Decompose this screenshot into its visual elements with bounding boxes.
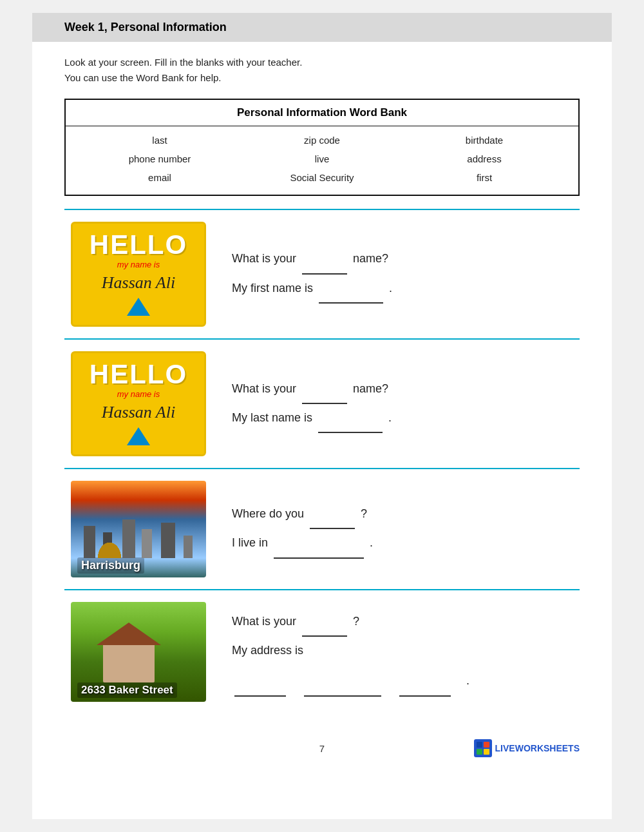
hello-text-1: HELLO	[80, 230, 196, 260]
logo-icon	[474, 739, 492, 757]
section-content-last-name: What is your name? My last name is .	[232, 375, 580, 433]
question-3b: I live in .	[232, 529, 580, 558]
word-bank-item-first: first	[403, 170, 565, 185]
word-bank-item-last: last	[79, 133, 241, 148]
section-image-last-name: HELLO my name is Hassan Ali	[64, 351, 213, 456]
word-bank-item-live: live	[241, 151, 403, 166]
word-bank-title: Personal Information Word Bank	[66, 100, 578, 126]
page-header: Week 1, Personal Information	[32, 13, 612, 42]
svg-rect-0	[477, 742, 482, 748]
name-text-2: Hassan Ali	[80, 403, 196, 422]
page: Week 1, Personal Information Look at you…	[32, 13, 612, 819]
word-bank-item-social: Social Security	[241, 170, 403, 185]
page-number: 7	[236, 743, 408, 754]
name-text-1: Hassan Ali	[80, 273, 196, 293]
q1b-text: My first name is	[232, 282, 313, 295]
q1a-text: What is your	[232, 252, 296, 265]
addr-period: .	[466, 667, 469, 696]
my-name-is-1: my name is	[80, 260, 196, 269]
blank-3a[interactable]	[310, 500, 355, 529]
instruction-line2: You can use the Word Bank for help.	[64, 72, 222, 83]
svg-rect-1	[484, 742, 489, 748]
q3b-suffix: .	[370, 536, 373, 549]
instruction-line1: Look at your screen. Fill in the blanks …	[64, 57, 302, 68]
section-content-city: Where do you ? I live in .	[232, 500, 580, 558]
instructions: Look at your screen. Fill in the blanks …	[64, 55, 580, 86]
q2b-suffix: .	[388, 411, 392, 424]
page-footer: 7 LIVEWORKSHEETS	[64, 733, 580, 757]
section-city: Harrisburg Where do you ? I live in .	[64, 468, 580, 589]
section-address: 2633 Baker Street What is your ? My addr…	[64, 589, 580, 713]
house-label: 2633 Baker Street	[77, 682, 177, 698]
question-1a: What is your name?	[232, 245, 580, 274]
question-4b: My address is	[232, 637, 580, 664]
svg-rect-2	[477, 749, 482, 755]
hello-text-2: HELLO	[80, 360, 196, 389]
question-3a: Where do you ?	[232, 500, 580, 529]
q3a-text: Where do you	[232, 507, 304, 520]
section-image-address: 2633 Baker Street	[64, 602, 213, 702]
hello-badge-2: HELLO my name is Hassan Ali	[71, 351, 206, 456]
blank-3b[interactable]	[274, 529, 364, 558]
page-title: Week 1, Personal Information	[64, 21, 227, 34]
section-content-first-name: What is your name? My first name is .	[232, 245, 580, 303]
word-bank-item-birthdate: birthdate	[403, 133, 565, 148]
arrow-up-1	[127, 298, 150, 316]
section-content-address: What is your ? My address is .	[232, 608, 580, 697]
word-bank: Personal Information Word Bank last zip …	[64, 99, 580, 196]
section-last-name: HELLO my name is Hassan Ali What is your…	[64, 338, 580, 468]
section-image-city: Harrisburg	[64, 481, 213, 577]
q4a-suffix: ?	[353, 615, 359, 628]
q4b-text: My address is	[232, 644, 303, 657]
question-2a: What is your name?	[232, 375, 580, 404]
city-image: Harrisburg	[71, 481, 206, 577]
question-2b: My last name is .	[232, 404, 580, 433]
blank-4b3[interactable]	[399, 667, 451, 696]
q1b-suffix: .	[389, 282, 392, 295]
blank-2a[interactable]	[302, 375, 347, 404]
house-image: 2633 Baker Street	[71, 602, 206, 702]
q2b-text: My last name is	[232, 411, 312, 424]
q2a-suffix: name?	[353, 382, 388, 395]
q3a-suffix: ?	[361, 507, 367, 520]
address-blanks: .	[232, 667, 580, 696]
word-bank-item-zipcode: zip code	[241, 133, 403, 148]
city-label: Harrisburg	[77, 557, 144, 574]
q2a-text: What is your	[232, 382, 296, 395]
blank-4b1[interactable]	[234, 667, 286, 696]
word-bank-item-email: email	[79, 170, 241, 185]
question-1b: My first name is .	[232, 275, 580, 304]
logo-text: LIVEWORKSHEETS	[495, 743, 580, 753]
arrow-up-2	[127, 427, 150, 445]
svg-rect-3	[484, 749, 489, 755]
blank-4b2[interactable]	[304, 667, 381, 696]
word-bank-grid: last zip code birthdate phone number liv…	[66, 126, 578, 195]
word-bank-item-phone: phone number	[79, 151, 241, 166]
q1a-suffix: name?	[353, 252, 388, 265]
hello-badge-1: HELLO my name is Hassan Ali	[71, 222, 206, 327]
section-first-name: HELLO my name is Hassan Ali What is your…	[64, 209, 580, 338]
question-4a: What is your ?	[232, 608, 580, 637]
blank-1a[interactable]	[302, 245, 347, 274]
q4a-text: What is your	[232, 615, 296, 628]
word-bank-item-address: address	[403, 151, 565, 166]
liveworksheets-logo: LIVEWORKSHEETS	[408, 739, 580, 757]
blank-1b[interactable]	[319, 275, 383, 304]
q3b-text: I live in	[232, 536, 268, 549]
blank-2b[interactable]	[318, 404, 383, 433]
blank-4a[interactable]	[302, 608, 347, 637]
section-image-first-name: HELLO my name is Hassan Ali	[64, 222, 213, 327]
my-name-is-2: my name is	[80, 389, 196, 399]
